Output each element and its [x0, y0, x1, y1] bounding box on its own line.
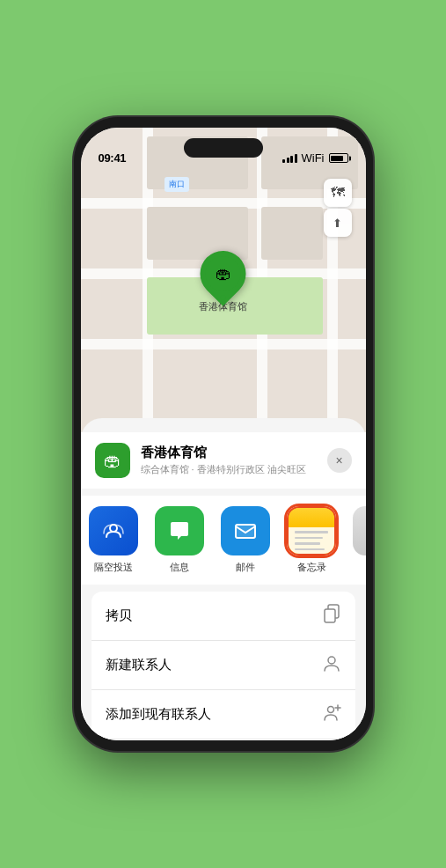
new-contact-icon: [322, 653, 341, 677]
close-button[interactable]: ×: [327, 448, 352, 473]
phone-frame: 09:41 WiFi: [74, 117, 373, 751]
status-icons: WiFi: [282, 151, 348, 165]
share-item-airdrop[interactable]: 隔空投送: [81, 506, 147, 574]
phone-screen: 09:41 WiFi: [81, 128, 366, 740]
share-item-mail[interactable]: 邮件: [213, 506, 279, 574]
bottom-sheet: 🏟 香港体育馆 综合体育馆 · 香港特别行政区 油尖旺区 ×: [81, 418, 366, 740]
action-new-contact-label: 新建联系人: [106, 657, 172, 673]
copy-icon: [322, 604, 341, 628]
share-row: 隔空投送 信息: [81, 496, 366, 585]
venue-subtitle: 综合体育馆 · 香港特别行政区 油尖旺区: [141, 463, 352, 476]
status-time: 09:41: [99, 151, 127, 165]
venue-icon: 🏟: [95, 443, 130, 478]
map-controls: 🗺 ⬆: [324, 179, 352, 237]
venue-name: 香港体育馆: [141, 445, 352, 461]
action-list: 拷贝 新建联系人: [91, 592, 355, 740]
share-item-more[interactable]: 提: [345, 506, 366, 574]
messages-icon: [155, 506, 204, 555]
airdrop-label: 隔空投送: [94, 561, 133, 574]
svg-rect-1: [236, 525, 255, 538]
location-icon: ⬆: [333, 217, 342, 230]
location-button[interactable]: ⬆: [324, 209, 352, 237]
map-type-icon: 🗺: [331, 185, 345, 201]
map-south-entrance-label: 南口: [165, 177, 189, 192]
notes-icon: [287, 506, 336, 555]
messages-label: 信息: [170, 561, 189, 574]
action-add-existing-label: 添加到现有联系人: [106, 706, 211, 723]
svg-point-6: [327, 707, 333, 713]
dynamic-island: [184, 138, 263, 158]
mail-icon: [221, 506, 270, 555]
map-marker: 🏟 香港体育馆: [199, 251, 247, 313]
add-existing-icon: [322, 702, 341, 726]
action-copy[interactable]: 拷贝: [91, 592, 355, 641]
share-item-notes[interactable]: 备忘录: [279, 506, 345, 574]
airdrop-icon: [89, 506, 138, 555]
signal-bars-icon: [282, 154, 297, 163]
mail-label: 邮件: [236, 561, 255, 574]
venue-header: 🏟 香港体育馆 综合体育馆 · 香港特别行政区 油尖旺区 ×: [81, 432, 366, 489]
action-add-existing[interactable]: 添加到现有联系人: [91, 690, 355, 739]
svg-point-0: [110, 525, 117, 532]
svg-point-5: [328, 657, 335, 664]
venue-info: 香港体育馆 综合体育馆 · 香港特别行政区 油尖旺区: [141, 445, 352, 476]
wifi-icon: WiFi: [302, 151, 325, 165]
battery-icon: [329, 153, 348, 163]
marker-stadium-icon: 🏟: [216, 265, 231, 283]
svg-rect-4: [325, 609, 335, 622]
map-type-button[interactable]: 🗺: [324, 179, 352, 207]
share-item-messages[interactable]: 信息: [147, 506, 213, 574]
action-add-note[interactable]: 添加到新快速备忘录: [91, 739, 355, 740]
action-new-contact[interactable]: 新建联系人: [91, 641, 355, 690]
more-icon: [353, 506, 366, 555]
notes-label: 备忘录: [297, 561, 326, 574]
action-copy-label: 拷贝: [106, 607, 132, 624]
